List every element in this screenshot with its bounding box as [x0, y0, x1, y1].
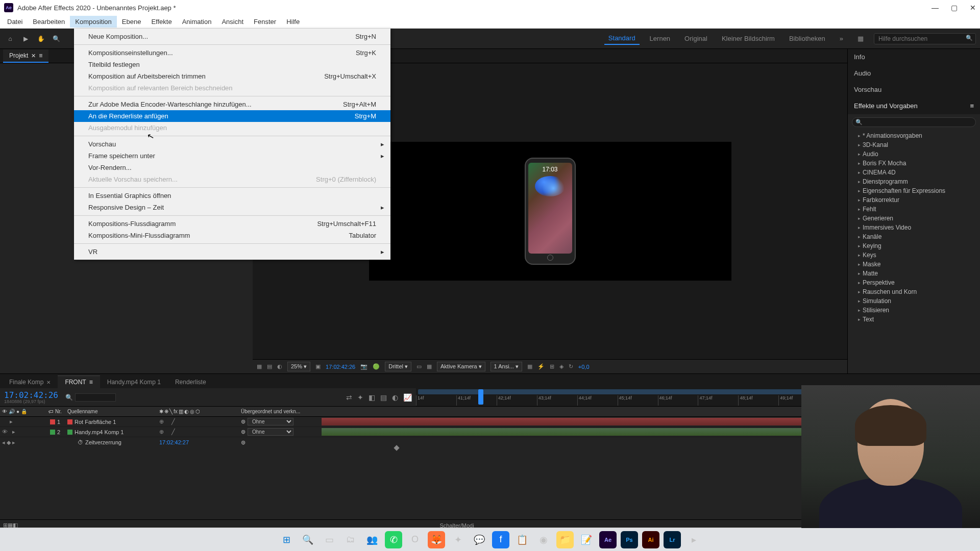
playhead[interactable]	[478, 389, 483, 405]
parent-select[interactable]: Ohne	[248, 418, 293, 425]
help-search[interactable]	[874, 33, 976, 44]
switch-icon[interactable]: ✱	[159, 409, 163, 414]
switch-icon[interactable]: ⬡	[195, 409, 200, 414]
zoom-tool[interactable]: 🔍	[50, 33, 62, 45]
taskbar-folder[interactable]: 📁	[556, 531, 574, 548]
taskbar-obs[interactable]: ◉	[535, 531, 552, 548]
taskbar-facebook[interactable]: f	[492, 531, 509, 548]
parent-column[interactable]: Übergeordnet und verkn...	[239, 409, 321, 414]
effect-category[interactable]: CINEMA 4D	[848, 168, 980, 177]
timeline-tab[interactable]: FRONT≡	[58, 375, 100, 388]
effects-panel-header[interactable]: Effekte und Vorgaben ≡	[848, 98, 980, 114]
graph-editor-icon[interactable]: 📈	[403, 393, 412, 402]
taskbar-whatsapp[interactable]: ✆	[385, 531, 402, 548]
menu-animation[interactable]: Animation	[177, 16, 217, 28]
taskbar-app-more[interactable]: ▸	[685, 531, 702, 548]
switch[interactable]	[167, 429, 168, 435]
draft3d-icon[interactable]: ✦	[357, 393, 363, 402]
workspace-original[interactable]: Original	[680, 33, 712, 44]
taskbar-app8[interactable]: 📋	[513, 531, 531, 548]
effect-category[interactable]: Audio	[848, 149, 980, 159]
workspace-lernen[interactable]: Lernen	[646, 33, 674, 44]
menu-item-titelbild-festlegen[interactable]: Titelbild festlegen	[74, 59, 390, 70]
taskbar-after-effects[interactable]: Ae	[599, 531, 617, 548]
effect-category[interactable]: Rauschen und Korn	[848, 287, 980, 296]
pickwhip-icon[interactable]: ⊚	[241, 429, 246, 435]
pixel-aspect-icon[interactable]: ▦	[527, 363, 532, 370]
workspace-standard[interactable]: Standard	[604, 32, 640, 45]
label-column-icon[interactable]: 🏷	[48, 409, 54, 414]
effect-category[interactable]: Generieren	[848, 214, 980, 223]
taskbar-search[interactable]: 🔍	[299, 531, 316, 548]
taskbar-photoshop[interactable]: Ps	[621, 531, 638, 548]
close-icon[interactable]: ✕	[46, 380, 51, 385]
effect-category[interactable]: Simulation	[848, 296, 980, 306]
keyframe-toggle[interactable]: ◆	[7, 439, 11, 446]
effect-category[interactable]: Keys	[848, 251, 980, 260]
taskbar-task-view[interactable]: ▭	[321, 531, 338, 548]
solo-column-icon[interactable]: ●	[16, 409, 19, 414]
switch[interactable]: ⊕	[159, 429, 164, 435]
menu-komposition[interactable]: Komposition	[70, 16, 117, 28]
keyframe-nav-prev[interactable]: ◂	[2, 439, 5, 446]
switch-icon[interactable]: fx	[174, 409, 178, 414]
maximize-button[interactable]: ▢	[951, 4, 958, 12]
taskbar-app6[interactable]: ✦	[449, 531, 467, 548]
visibility-toggle[interactable]: 👁	[2, 429, 8, 435]
menu-item-frame-speichern-unter[interactable]: Frame speichern unter▸	[74, 150, 390, 162]
menu-item-komposition-auf-arbeitsbereich-trimmen[interactable]: Komposition auf Arbeitsbereich trimmenSt…	[74, 70, 390, 82]
minimize-button[interactable]: —	[932, 4, 939, 12]
effect-category[interactable]: * Animationsvorgaben	[848, 131, 980, 140]
menu-item-vorschau[interactable]: Vorschau▸	[74, 138, 390, 150]
audio-panel-header[interactable]: Audio	[848, 65, 980, 82]
effect-category[interactable]: Text	[848, 315, 980, 324]
menu-hilfe[interactable]: Hilfe	[281, 16, 305, 28]
taskbar-opera[interactable]: O	[406, 531, 424, 548]
frame-blend-icon[interactable]: ▤	[380, 393, 387, 402]
selection-tool[interactable]: ▶	[19, 33, 32, 45]
zoom-select[interactable]: 25% ▾	[287, 362, 310, 371]
timeline-tab[interactable]: Finale Komp✕	[2, 376, 58, 388]
mask-icon[interactable]: ◐	[277, 363, 282, 370]
menu-ansicht[interactable]: Ansicht	[216, 16, 249, 28]
snapshot-icon[interactable]: 📷	[360, 363, 368, 370]
label-color[interactable]	[50, 419, 55, 424]
menu-item-vor-rendern[interactable]: Vor-Rendern...	[74, 162, 390, 173]
parent-select[interactable]: Ohne	[248, 428, 293, 436]
taskbar-windows-start[interactable]: ⊞	[278, 531, 295, 548]
label-color[interactable]	[50, 430, 55, 435]
menu-item-neue-komposition[interactable]: Neue Komposition...Strg+N	[74, 31, 390, 42]
menu-effekte[interactable]: Effekte	[146, 16, 177, 28]
reset-exposure-icon[interactable]: ↻	[569, 363, 573, 370]
keyframe-marker[interactable]	[394, 445, 399, 450]
switch[interactable]: ⊕	[159, 418, 164, 425]
timeline-tab[interactable]: Handy.mp4 Komp 1	[100, 376, 168, 388]
expand-arrow[interactable]: ▸	[10, 418, 13, 425]
magnification-icon[interactable]: ▦	[257, 363, 262, 370]
effect-category[interactable]: Kanäle	[848, 232, 980, 241]
taskbar-notepad[interactable]: 📝	[578, 531, 595, 548]
gridview-icon[interactable]: ▤	[267, 363, 272, 370]
eye-column-icon[interactable]: 👁	[2, 409, 7, 414]
taskbar-explorer[interactable]: 🗂	[342, 531, 359, 548]
pickwhip-icon[interactable]: ⊚	[241, 418, 246, 425]
switch[interactable]: ╱	[172, 418, 175, 425]
stopwatch-icon[interactable]: ⏱	[78, 439, 83, 445]
timeline-icon[interactable]: ⊞	[550, 363, 554, 370]
views-select[interactable]: 1 Ansi... ▾	[491, 362, 522, 371]
taskbar-teams[interactable]: 👥	[363, 531, 381, 548]
info-panel-header[interactable]: Info	[848, 49, 980, 65]
menu-bearbeiten[interactable]: Bearbeiten	[28, 16, 70, 28]
menu-item-vr[interactable]: VR▸	[74, 246, 390, 258]
panel-menu-icon[interactable]: ≡	[39, 52, 42, 59]
resolution-select[interactable]: Drittel ▾	[385, 362, 411, 371]
switch[interactable]	[167, 418, 168, 425]
transparency-icon[interactable]: ▦	[427, 363, 432, 370]
menu-item-in-essential-graphics-ffnen[interactable]: In Essential Graphics öffnen	[74, 190, 390, 202]
switch-icon[interactable]: ❋	[164, 409, 168, 414]
lock-column-icon[interactable]: 🔒	[21, 409, 27, 414]
menu-item-an-die-renderliste-anf-gen[interactable]: An die Renderliste anfügenStrg+M	[74, 110, 390, 122]
keyframe-nav-next[interactable]: ▸	[12, 439, 15, 446]
menu-item-kompositions-mini-flussdiagramm[interactable]: Kompositions-Mini-FlussdiagrammTabulator	[74, 230, 390, 241]
flowchart-icon[interactable]: ◈	[559, 363, 564, 370]
